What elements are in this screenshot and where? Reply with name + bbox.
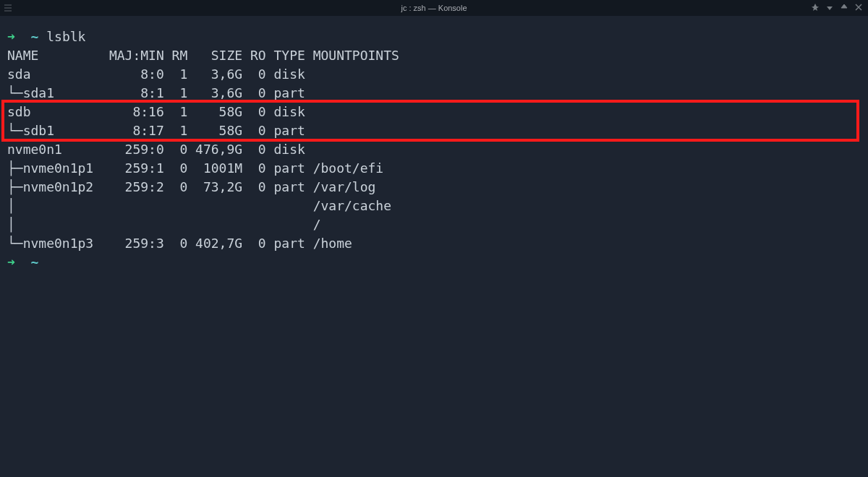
prompt-line: ➜ ~ [7,253,861,272]
prompt-arrow-icon: ➜ [7,29,15,44]
pin-icon[interactable] [812,0,819,17]
app-menu-icon[interactable] [0,4,16,12]
lsblk-row: └─sdb1 8:17 1 58G 0 part [7,121,861,140]
minimize-icon[interactable] [826,0,833,17]
maximize-icon[interactable] [841,0,848,17]
lsblk-row: sdb 8:16 1 58G 0 disk [7,103,861,121]
lsblk-row: │ /var/cache [7,197,861,215]
prompt-cwd: ~ [31,254,39,270]
window-titlebar: jc : zsh — Konsole [0,0,868,16]
prompt-arrow-icon: ➜ [7,254,15,270]
window-title: jc : zsh — Konsole [0,0,868,17]
command-text: lsblk [46,29,85,44]
close-icon[interactable] [855,0,862,17]
lsblk-row: ├─nvme0n1p2 259:2 0 73,2G 0 part /var/lo… [7,178,861,197]
terminal-viewport[interactable]: ➜ ~ lsblkNAME MAJ:MIN RM SIZE RO TYPE MO… [0,16,868,272]
lsblk-header: NAME MAJ:MIN RM SIZE RO TYPE MOUNTPOINTS [7,46,861,65]
lsblk-row: nvme0n1 259:0 0 476,9G 0 disk [7,140,861,159]
prompt-line: ➜ ~ lsblk [7,27,861,46]
lsblk-row: │ / [7,215,861,234]
prompt-cwd: ~ [31,29,39,44]
lsblk-row: ├─nvme0n1p1 259:1 0 1001M 0 part /boot/e… [7,159,861,178]
window-controls [812,0,868,17]
lsblk-row: └─nvme0n1p3 259:3 0 402,7G 0 part /home [7,234,861,253]
lsblk-row: └─sda1 8:1 1 3,6G 0 part [7,84,861,103]
lsblk-row: sda 8:0 1 3,6G 0 disk [7,65,861,84]
